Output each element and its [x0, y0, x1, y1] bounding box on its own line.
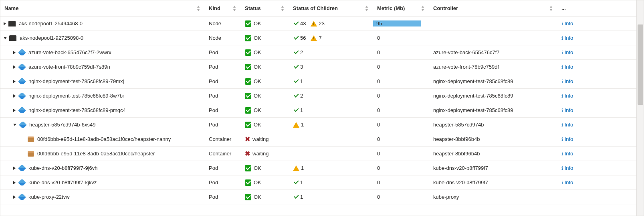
warning-icon	[293, 165, 299, 171]
name-cell[interactable]: nginx-deployment-test-785c68fc89-79mxj	[0, 78, 205, 84]
status-cell: OK	[241, 64, 289, 70]
name-cell[interactable]: kube-proxy-22tvw	[0, 194, 205, 200]
expand-caret-icon[interactable]	[13, 94, 16, 98]
expand-caret-icon[interactable]	[13, 80, 16, 83]
info-link-label: Info	[565, 20, 573, 26]
col-header-controller-label: Controller	[433, 5, 458, 11]
controller-cell: heapster-8bbf96b4b	[429, 136, 557, 142]
check-ok-icon	[293, 50, 299, 55]
table-row[interactable]: heapster-5857cd974b-6xs49PodOK 10heapste…	[0, 118, 636, 132]
table-row[interactable]: kube-dns-v20-b8ff799f7-9j6vhPodOK 10kube…	[0, 161, 636, 175]
table-row[interactable]: azure-vote-back-655476c7f7-2wwrxPodOK 20…	[0, 45, 636, 60]
table-row[interactable]: nginx-deployment-test-785c68fc89-79mxjPo…	[0, 74, 636, 89]
table-row[interactable]: nginx-deployment-test-785c68fc89-8w7brPo…	[0, 89, 636, 103]
name-cell[interactable]: aks-nodepool1-92725098-0	[0, 35, 205, 41]
name-cell[interactable]: azure-vote-front-78b9c759df-7s89n	[0, 64, 205, 70]
pod-icon	[18, 49, 26, 55]
name-cell[interactable]: 00fd6bbb-e95d-11e8-8adb-0a58ac1f0cec/hea…	[0, 151, 205, 157]
col-header-children-label: Status of Children	[293, 5, 338, 11]
status-label: OK	[254, 64, 261, 70]
metric-cell: 0	[373, 165, 429, 171]
expand-caret-icon[interactable]	[13, 65, 16, 69]
expand-caret-icon[interactable]	[13, 124, 16, 126]
table-row[interactable]: 00fd6bbb-e95d-11e8-8adb-0a58ac1f0cec/hea…	[0, 147, 636, 161]
row-name-label: aks-nodepool1-25494468-0	[19, 20, 83, 26]
info-cell[interactable]: i Info	[557, 93, 636, 99]
col-header-controller[interactable]: Controller	[429, 5, 557, 11]
status-label: OK	[254, 122, 261, 128]
scrollbar-thumb[interactable]	[638, 24, 643, 105]
info-cell[interactable]: i Info	[557, 107, 636, 114]
name-cell[interactable]: heapster-5857cd974b-6xs49	[0, 122, 205, 128]
expand-caret-icon[interactable]	[13, 167, 16, 170]
status-label: OK	[254, 49, 261, 55]
metric-value-highlighted: 95	[373, 20, 421, 26]
table-row[interactable]: 00fd6bbb-e95d-11e8-8adb-0a58ac1f0cec/hea…	[0, 132, 636, 147]
sort-icon	[420, 6, 425, 11]
row-name-label: 00fd6bbb-e95d-11e8-8adb-0a58ac1f0cec/hea…	[37, 136, 171, 142]
controller-cell: nginx-deployment-test-785c68fc89	[429, 107, 557, 113]
table-row[interactable]: nginx-deployment-test-785c68fc89-pmqc4Po…	[0, 103, 636, 118]
col-header-status[interactable]: Status	[241, 5, 289, 11]
col-header-more-label: ...	[561, 5, 566, 11]
table-row[interactable]: azure-vote-front-78b9c759df-7s89nPodOK 3…	[0, 60, 636, 74]
name-cell[interactable]: azure-vote-back-655476c7f7-2wwrx	[0, 49, 205, 55]
children-ok-count: 56	[300, 35, 306, 41]
table-row[interactable]: kube-proxy-22tvwPodOK 10kube-proxy	[0, 190, 636, 204]
status-ok-icon	[245, 93, 251, 99]
name-cell[interactable]: kube-dns-v20-b8ff799f7-kjkvz	[0, 179, 205, 185]
name-cell[interactable]: 00fd6bbb-e95d-11e8-8adb-0a58ac1f0cec/hea…	[0, 136, 205, 142]
container-icon	[28, 137, 34, 142]
kind-cell: Container	[205, 136, 241, 142]
name-cell[interactable]: nginx-deployment-test-785c68fc89-pmqc4	[0, 107, 205, 113]
col-header-children[interactable]: Status of Children	[289, 5, 373, 11]
col-header-metric[interactable]: Metric (Mb)	[373, 5, 429, 11]
children-status-cell: 1	[289, 78, 373, 84]
info-cell[interactable]: i Info	[557, 35, 636, 41]
status-ok-icon	[245, 49, 251, 56]
name-cell[interactable]: aks-nodepool1-25494468-0	[0, 20, 205, 26]
info-cell[interactable]: i Info	[557, 78, 636, 85]
expand-caret-icon[interactable]	[4, 37, 7, 39]
col-header-more[interactable]: ...	[557, 5, 636, 11]
kind-cell: Node	[205, 20, 241, 26]
children-warn-count: 23	[319, 20, 324, 26]
col-header-status-label: Status	[245, 5, 261, 11]
vertical-scrollbar[interactable]	[636, 0, 644, 216]
info-cell[interactable]: i Info	[557, 179, 636, 186]
name-cell[interactable]: kube-dns-v20-b8ff799f7-9j6vh	[0, 165, 205, 171]
expand-caret-icon[interactable]	[13, 181, 16, 184]
table-row[interactable]: kube-dns-v20-b8ff799f7-kjkvzPodOK 10kube…	[0, 175, 636, 190]
table-row[interactable]: aks-nodepool1-25494468-0NodeOK 43 2395i …	[0, 16, 636, 31]
children-status-cell: 1	[289, 122, 373, 128]
info-icon: i	[561, 165, 563, 171]
tree-grid: Name Kind Status Status of Children Metr…	[0, 0, 644, 216]
expand-caret-icon[interactable]	[13, 109, 16, 112]
col-header-name-label: Name	[4, 5, 18, 11]
info-icon: i	[561, 20, 563, 27]
status-cell: OK	[241, 78, 289, 85]
metric-cell: 0	[373, 93, 429, 99]
info-cell[interactable]: i Info	[557, 122, 636, 128]
info-cell[interactable]: i Info	[557, 151, 636, 157]
status-label: OK	[254, 165, 261, 171]
name-cell[interactable]: nginx-deployment-test-785c68fc89-8w7br	[0, 93, 205, 99]
expand-caret-icon[interactable]	[4, 22, 6, 25]
expand-caret-icon[interactable]	[13, 196, 16, 199]
status-cell: OK	[241, 93, 289, 99]
info-cell[interactable]: i Info	[557, 136, 636, 143]
expand-caret-icon[interactable]	[13, 51, 16, 54]
info-cell[interactable]: i Info	[557, 64, 636, 70]
info-link-label: Info	[565, 179, 573, 185]
row-name-label: kube-proxy-22tvw	[28, 194, 70, 200]
children-status-cell: 56 7	[289, 35, 373, 41]
col-header-name[interactable]: Name	[0, 5, 205, 11]
row-name-label: nginx-deployment-test-785c68fc89-8w7br	[28, 93, 124, 99]
col-header-kind[interactable]: Kind	[205, 5, 241, 11]
info-cell[interactable]: i Info	[557, 49, 636, 56]
info-cell[interactable]: i Info	[557, 165, 636, 171]
check-ok-icon	[293, 35, 299, 41]
info-cell[interactable]: i Info	[557, 20, 636, 27]
controller-cell: azure-vote-front-78b9c759df	[429, 64, 557, 70]
table-row[interactable]: aks-nodepool1-92725098-0NodeOK 56 70i In…	[0, 31, 636, 45]
